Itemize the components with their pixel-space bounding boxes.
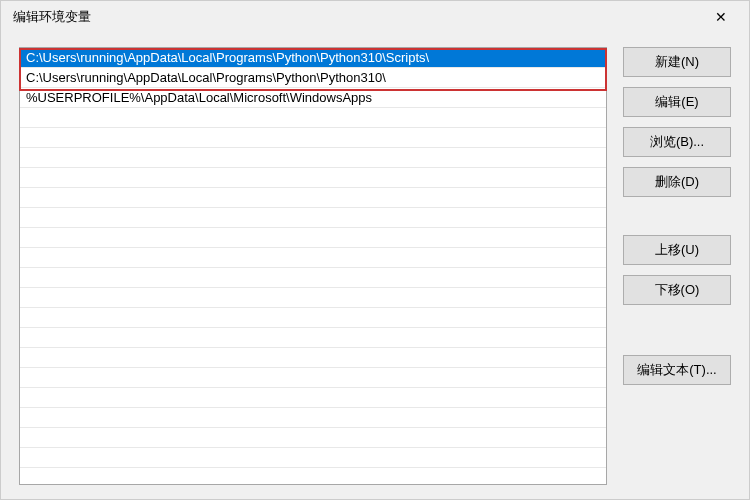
empty-row (20, 248, 606, 268)
path-list[interactable]: C:\Users\running\AppData\Local\Programs\… (19, 47, 607, 485)
empty-row (20, 308, 606, 328)
empty-row (20, 448, 606, 468)
empty-row (20, 228, 606, 248)
titlebar: 编辑环境变量 ✕ (1, 1, 749, 33)
env-variable-dialog: 编辑环境变量 ✕ C:\Users\running\AppData\Local\… (0, 0, 750, 500)
close-icon: ✕ (715, 9, 727, 25)
empty-row (20, 128, 606, 148)
move-down-button[interactable]: 下移(O) (623, 275, 731, 305)
list-item[interactable]: C:\Users\running\AppData\Local\Programs\… (20, 48, 606, 68)
empty-row (20, 188, 606, 208)
empty-row (20, 148, 606, 168)
close-button[interactable]: ✕ (701, 3, 741, 31)
edit-button[interactable]: 编辑(E) (623, 87, 731, 117)
dialog-title: 编辑环境变量 (13, 8, 701, 26)
empty-row (20, 388, 606, 408)
empty-row (20, 428, 606, 448)
empty-row (20, 368, 606, 388)
empty-row (20, 268, 606, 288)
spacer (623, 315, 731, 345)
empty-row (20, 348, 606, 368)
spacer (623, 207, 731, 225)
empty-row (20, 208, 606, 228)
list-item[interactable]: C:\Users\running\AppData\Local\Programs\… (20, 68, 606, 88)
empty-row (20, 408, 606, 428)
empty-row (20, 108, 606, 128)
list-item[interactable]: %USERPROFILE%\AppData\Local\Microsoft\Wi… (20, 88, 606, 108)
empty-row (20, 328, 606, 348)
move-up-button[interactable]: 上移(U) (623, 235, 731, 265)
delete-button[interactable]: 删除(D) (623, 167, 731, 197)
edit-text-button[interactable]: 编辑文本(T)... (623, 355, 731, 385)
button-column: 新建(N) 编辑(E) 浏览(B)... 删除(D) 上移(U) 下移(O) 编… (623, 47, 731, 485)
empty-row (20, 288, 606, 308)
dialog-content: C:\Users\running\AppData\Local\Programs\… (1, 33, 749, 499)
browse-button[interactable]: 浏览(B)... (623, 127, 731, 157)
new-button[interactable]: 新建(N) (623, 47, 731, 77)
empty-row (20, 168, 606, 188)
